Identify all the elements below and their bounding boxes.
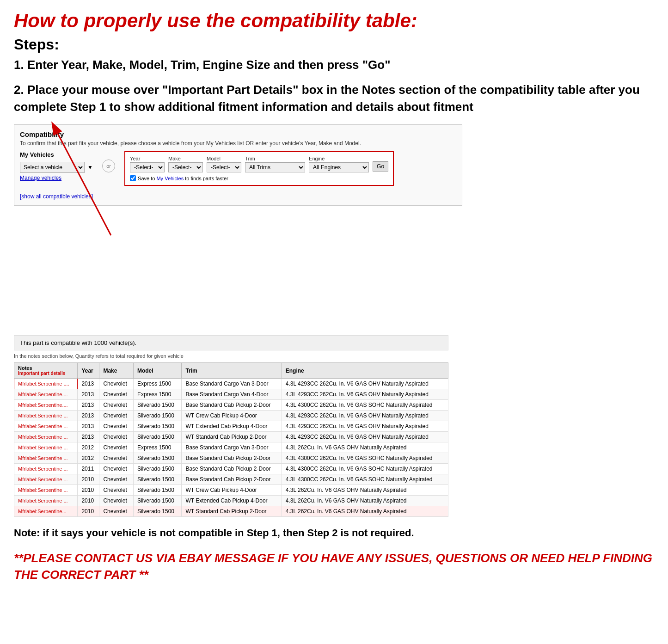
- make-label: Make: [168, 156, 203, 161]
- cell-make: Chevrolet: [99, 389, 134, 400]
- cell-engine: 4.3L 4293CC 262Cu. In. V6 GAS OHV Natura…: [282, 421, 448, 432]
- cell-year: 2013: [78, 432, 99, 442]
- cell-make: Chevrolet: [99, 442, 134, 453]
- cell-notes: Mfrlabel:Serpentine ...: [14, 411, 78, 421]
- table-row: Mfrlabel:Serpentine ... 2012 Chevrolet E…: [14, 442, 448, 453]
- cell-trim: WT Standard Cab Pickup 2-Door: [182, 506, 282, 517]
- steps-heading: Steps:: [14, 36, 654, 53]
- cell-engine: 4.3L 4293CC 262Cu. In. V6 GAS OHV Natura…: [282, 432, 448, 442]
- cell-engine: 4.3L 4293CC 262Cu. In. V6 GAS OHV Natura…: [282, 389, 448, 400]
- cell-notes: Mfrlabel:Serpentine ...: [14, 496, 78, 506]
- cell-year: 2013: [78, 400, 99, 411]
- cell-model: Silverado 1500: [133, 506, 181, 517]
- col-trim: Trim: [182, 363, 282, 379]
- cell-trim: WT Extended Cab Pickup 4-Door: [182, 421, 282, 432]
- compatible-count: This part is compatible with 1000 vehicl…: [14, 335, 448, 350]
- cell-model: Silverado 1500: [133, 432, 181, 442]
- cell-model: Express 1500: [133, 389, 181, 400]
- important-part-label: Important part details: [18, 371, 74, 376]
- cell-trim: Base Standard Cab Pickup 2-Door: [182, 400, 282, 411]
- cell-model: Silverado 1500: [133, 421, 181, 432]
- table-row: Mfrlabel:Serpentine ... 2013 Chevrolet S…: [14, 411, 448, 421]
- cell-notes: Mfrlabel:Serpentine ...: [14, 453, 78, 464]
- cell-engine: 4.3L 262Cu. In. V6 GAS OHV Naturally Asp…: [282, 485, 448, 496]
- engine-label: Engine: [309, 156, 369, 161]
- cell-engine: 4.3L 4300CC 262Cu. In. V6 GAS SOHC Natur…: [282, 464, 448, 474]
- cell-year: 2013: [78, 379, 99, 389]
- cell-engine: 4.3L 4293CC 262Cu. In. V6 GAS OHV Natura…: [282, 379, 448, 389]
- cell-engine: 4.3L 4300CC 262Cu. In. V6 GAS SOHC Natur…: [282, 474, 448, 485]
- my-vehicles-link-inline[interactable]: My Vehicles: [156, 176, 184, 181]
- cell-trim: Base Standard Cargo Van 3-Door: [182, 442, 282, 453]
- cell-model: Express 1500: [133, 379, 181, 389]
- cell-notes: Mfrlabel:Serpentine...: [14, 506, 78, 517]
- cell-make: Chevrolet: [99, 421, 134, 432]
- col-make: Make: [99, 363, 134, 379]
- cell-notes: Mfrlabel:Serpentine ...: [14, 474, 78, 485]
- make-select[interactable]: -Select-: [168, 162, 203, 172]
- svg-line-1: [58, 134, 111, 235]
- go-button[interactable]: Go: [373, 161, 388, 172]
- cell-trim: Base Standard Cargo Van 3-Door: [182, 379, 282, 389]
- table-row: Mfrlabel:Serpentine ... 2011 Chevrolet S…: [14, 464, 448, 474]
- cell-model: Silverado 1500: [133, 411, 181, 421]
- cell-trim: Base Standard Cargo Van 4-Door: [182, 389, 282, 400]
- cell-year: 2012: [78, 453, 99, 464]
- cell-make: Chevrolet: [99, 464, 134, 474]
- col-model: Model: [133, 363, 181, 379]
- cell-engine: 4.3L 4293CC 262Cu. In. V6 GAS OHV Natura…: [282, 411, 448, 421]
- trim-label: Trim: [245, 156, 305, 161]
- cell-notes: Mfrlabel:Serpentine ...: [14, 464, 78, 474]
- cell-notes: Mfrlabel:Serpentine....: [14, 389, 78, 400]
- table-row: Mfrlabel:Serpentine ... 2010 Chevrolet S…: [14, 474, 448, 485]
- cell-notes: Mfrlabel:Serpentine ...: [14, 421, 78, 432]
- cell-notes: Mfrlabel:Serpentine....: [14, 400, 78, 411]
- cell-trim: WT Extended Cab Pickup 4-Door: [182, 496, 282, 506]
- contact-text: **PLEASE CONTACT US VIA EBAY MESSAGE IF …: [14, 550, 654, 583]
- main-title: How to properly use the compatibility ta…: [14, 9, 654, 32]
- diagram-area: Compatibility To confirm that this part …: [14, 124, 654, 206]
- cell-notes: Mfrlabel:Serpentine ...: [14, 432, 78, 442]
- cell-year: 2013: [78, 389, 99, 400]
- cell-year: 2010: [78, 485, 99, 496]
- model-select[interactable]: -Select-: [207, 162, 241, 172]
- cell-trim: WT Crew Cab Pickup 4-Door: [182, 485, 282, 496]
- cell-year: 2010: [78, 474, 99, 485]
- engine-select[interactable]: All Engines: [309, 162, 369, 172]
- cell-notes: Mfrlabel:Serpentine ...: [14, 485, 78, 496]
- table-row: Mfrlabel:Serpentine.... 2013 Chevrolet S…: [14, 400, 448, 411]
- cell-year: 2011: [78, 464, 99, 474]
- table-row: Mfrlabel:Serpentine ... 2013 Chevrolet S…: [14, 432, 448, 442]
- cell-make: Chevrolet: [99, 453, 134, 464]
- cell-model: Silverado 1500: [133, 453, 181, 464]
- cell-year: 2010: [78, 496, 99, 506]
- cell-notes: Mfrlabel:Serpentine ...: [14, 442, 78, 453]
- save-label: Save to My Vehicles to finds parts faste…: [138, 176, 228, 181]
- save-checkbox-row: Save to My Vehicles to finds parts faste…: [130, 175, 388, 181]
- cell-trim: WT Standard Cab Pickup 2-Door: [182, 432, 282, 442]
- trim-select[interactable]: All Trims: [245, 162, 305, 172]
- compatibility-table: Notes Important part details Year Make M…: [14, 362, 448, 517]
- cell-notes: Mfrlabel:Serpentine ....: [14, 379, 78, 389]
- cell-year: 2010: [78, 506, 99, 517]
- year-make-section: Year -Select- Make -Select- Model: [124, 151, 394, 186]
- cell-make: Chevrolet: [99, 411, 134, 421]
- table-section: This part is compatible with 1000 vehicl…: [14, 335, 654, 517]
- cell-model: Silverado 1500: [133, 485, 181, 496]
- ymm-row: Year -Select- Make -Select- Model: [130, 156, 388, 172]
- col-engine: Engine: [282, 363, 448, 379]
- cell-model: Silverado 1500: [133, 464, 181, 474]
- cell-make: Chevrolet: [99, 474, 134, 485]
- cell-make: Chevrolet: [99, 506, 134, 517]
- cell-model: Express 1500: [133, 442, 181, 453]
- model-label: Model: [207, 156, 241, 161]
- table-row: Mfrlabel:Serpentine ... 2013 Chevrolet S…: [14, 421, 448, 432]
- cell-engine: 4.3L 4300CC 262Cu. In. V6 GAS SOHC Natur…: [282, 400, 448, 411]
- trim-field: Trim All Trims: [245, 156, 305, 172]
- cell-engine: 4.3L 4300CC 262Cu. In. V6 GAS SOHC Natur…: [282, 453, 448, 464]
- cell-year: 2013: [78, 421, 99, 432]
- table-row: Mfrlabel:Serpentine ... 2012 Chevrolet S…: [14, 453, 448, 464]
- model-field: Model -Select-: [207, 156, 241, 172]
- table-row: Mfrlabel:Serpentine... 2010 Chevrolet Si…: [14, 506, 448, 517]
- notes-header-text: Notes: [18, 365, 74, 371]
